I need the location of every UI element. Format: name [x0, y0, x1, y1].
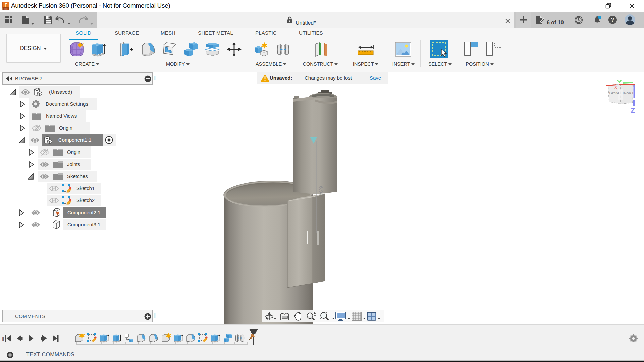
svg-text:360: 360	[4, 8, 7, 10]
svg-text:?: ?	[611, 17, 614, 23]
svg-text:Z: Z	[631, 106, 635, 114]
svg-text:X: X	[614, 85, 617, 89]
svg-text:RIGHT: RIGHT	[609, 92, 619, 95]
svg-text:6.94: 6.94	[318, 186, 324, 196]
svg-text:FRONT: FRONT	[622, 92, 633, 95]
svg-text:F: F	[5, 2, 8, 8]
